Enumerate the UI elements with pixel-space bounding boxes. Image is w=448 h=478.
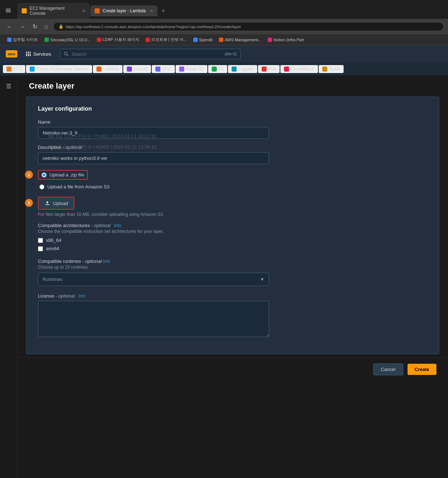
page-title: Create layer xyxy=(29,81,436,91)
service-cloudwatch-btn[interactable]: CloudWatch xyxy=(280,65,318,73)
checkbox-x86[interactable]: x86_64 xyxy=(38,238,427,243)
bookmark-3[interactable]: LDAP 사용자 페이지 xyxy=(94,36,142,43)
svg-point-3 xyxy=(64,52,67,55)
bookmark-4-label: 리모트뷰 | 언제 어... xyxy=(151,37,187,42)
service-s3-btn[interactable]: S3 xyxy=(208,65,228,73)
new-tab-button[interactable]: + xyxy=(158,6,168,16)
browser-chrome: EC2 Management Console ✕ Create layer - … xyxy=(0,0,448,45)
checkbox-x86-input[interactable] xyxy=(38,238,43,243)
sidebar-menu-button[interactable]: ☰ xyxy=(3,80,14,93)
svg-rect-0 xyxy=(6,9,11,9)
arch-section: Compatible architectures - optional Info… xyxy=(38,223,427,251)
bookmark-5-icon xyxy=(193,38,198,42)
tab-ec2[interactable]: EC2 Management Console ✕ xyxy=(17,3,90,19)
radio-s3-file[interactable]: Upload a file from Amazon S3 xyxy=(38,183,427,191)
tab-lambda-close[interactable]: ✕ xyxy=(150,9,153,13)
aws-logo[interactable]: aws xyxy=(6,50,17,57)
checkbox-arm64-input[interactable] xyxy=(38,246,43,251)
arch-title: Compatible architectures - optional Info xyxy=(38,223,427,228)
tab-lambda-favicon xyxy=(95,8,100,13)
runtimes-placeholder: Runtimes xyxy=(43,277,63,282)
eks-icon xyxy=(30,67,35,72)
bookmark-1-label: 업무팀 사이트 xyxy=(13,37,38,42)
tab-ec2-close[interactable]: ✕ xyxy=(82,9,85,13)
radio-s3-input[interactable] xyxy=(39,184,44,189)
bookmark-6[interactable]: AWS Management... xyxy=(216,37,264,43)
home-button[interactable]: ⌂ xyxy=(42,22,50,31)
upload-type-radio-group: Upload a .zip file Upload a file from Am… xyxy=(38,170,427,191)
upload-type-section: 1 Upload a .zip file Upload a file from … xyxy=(38,170,427,191)
bookmark-5[interactable]: Spendit xyxy=(190,37,215,43)
runtimes-info-link[interactable]: Info xyxy=(103,259,110,264)
tab-lambda[interactable]: Create layer - Lambda ✕ xyxy=(90,5,158,16)
search-icon xyxy=(64,52,69,56)
aws-search-bar[interactable]: [Alt+S] xyxy=(60,49,241,59)
service-route53-btn[interactable]: Route 53 xyxy=(176,65,207,73)
cloudwatch-label: CloudWatch xyxy=(291,67,314,72)
iam-label: IAM xyxy=(268,67,276,72)
search-input[interactable] xyxy=(72,51,222,57)
ec2-icon xyxy=(7,67,12,72)
form-panel: Layer configuration NE Co. LTD I-주민수 / r… xyxy=(26,97,439,354)
bookmarks-bar: 업무팀 사이트 SecuwaySSL U V2.0... LDAP 사용자 페이… xyxy=(0,34,448,45)
service-vpc-btn[interactable]: VPC xyxy=(152,65,175,73)
bookmark-1[interactable]: 업무팀 사이트 xyxy=(4,36,41,43)
cancel-button[interactable]: Cancel xyxy=(373,363,403,375)
radio-zip-file[interactable]: Upload a .zip file xyxy=(38,170,88,180)
bookmark-4[interactable]: 리모트뷰 | 언제 어... xyxy=(143,36,190,43)
aws-logo-text: aws xyxy=(8,52,16,56)
lock-icon: 🔒 xyxy=(59,24,64,29)
cloudwatch-icon xyxy=(284,67,289,72)
refresh-button[interactable]: ↻ xyxy=(30,22,39,31)
bottom-bar: Cancel Create xyxy=(17,357,448,381)
bookmark-2[interactable]: SecuwaySSL U V2.0... xyxy=(42,37,93,43)
aws-services-menu[interactable]: Services xyxy=(23,50,54,58)
svg-rect-5 xyxy=(45,204,49,205)
radio-zip-input[interactable] xyxy=(42,172,47,178)
tab-lambda-label: Create layer - Lambda xyxy=(103,8,146,13)
service-ec2-btn[interactable]: EC2 xyxy=(3,65,25,73)
bookmark-7[interactable]: Notion (Infra Part xyxy=(265,37,307,43)
service-cloud9-btn[interactable]: Cloud9 xyxy=(123,65,151,73)
forward-button[interactable]: → xyxy=(17,22,27,31)
s3-label: S3 xyxy=(219,67,224,72)
vpc-icon xyxy=(155,67,160,72)
ec2-label: EC2 xyxy=(13,67,22,72)
create-button[interactable]: Create xyxy=(408,364,436,375)
service-systems-btn[interactable]: Syste xyxy=(319,65,344,73)
svg-rect-1 xyxy=(6,10,11,11)
bookmark-2-icon xyxy=(44,38,49,42)
description-input[interactable] xyxy=(38,152,269,164)
checkbox-arm64[interactable]: arm64 xyxy=(38,246,427,251)
tab-bar: EC2 Management Console ✕ Create layer - … xyxy=(0,0,448,19)
service-iam-btn[interactable]: IAM xyxy=(258,65,280,73)
lambda-label: Lambda xyxy=(103,67,119,72)
runtimes-dropdown[interactable]: Runtimes ▼ xyxy=(38,273,269,286)
license-info-link[interactable]: Info xyxy=(78,294,86,299)
upload-icon xyxy=(44,200,50,206)
runtimes-subtitle: Choose up to 15 runtimes. xyxy=(38,265,427,270)
license-textarea[interactable] xyxy=(38,301,269,337)
service-cognito-btn[interactable]: Cognito xyxy=(228,65,257,73)
arch-info-link[interactable]: Info xyxy=(114,223,121,228)
name-input[interactable] xyxy=(38,127,269,139)
svg-rect-2 xyxy=(6,12,11,12)
sidebar-toggle-button[interactable] xyxy=(3,7,14,16)
sidebar: ☰ xyxy=(0,76,17,478)
step2-badge: 2 xyxy=(25,199,33,207)
upload-button-section: 2 Upload For files larger than 10 MB, xyxy=(38,197,427,217)
back-button[interactable]: ← xyxy=(4,22,14,31)
content-area: Create layer Layer configuration NE Co. … xyxy=(17,76,448,478)
bookmark-3-icon xyxy=(97,38,101,42)
route53-icon xyxy=(179,67,184,72)
cognito-icon xyxy=(232,67,237,72)
service-lambda-btn[interactable]: Lambda xyxy=(93,65,122,73)
cloud9-icon xyxy=(127,67,132,72)
bookmark-6-icon xyxy=(219,38,223,42)
upload-button[interactable]: Upload xyxy=(39,197,74,209)
license-section: License - optional Info xyxy=(38,293,427,338)
bookmark-5-label: Spendit xyxy=(199,38,212,42)
service-eks-btn[interactable]: Elastic Kubernetes Service xyxy=(26,65,92,73)
page-title-bar: Create layer xyxy=(17,76,448,94)
address-bar[interactable]: 🔒 https://ap-northeast-2.console.aws.ama… xyxy=(53,22,444,31)
